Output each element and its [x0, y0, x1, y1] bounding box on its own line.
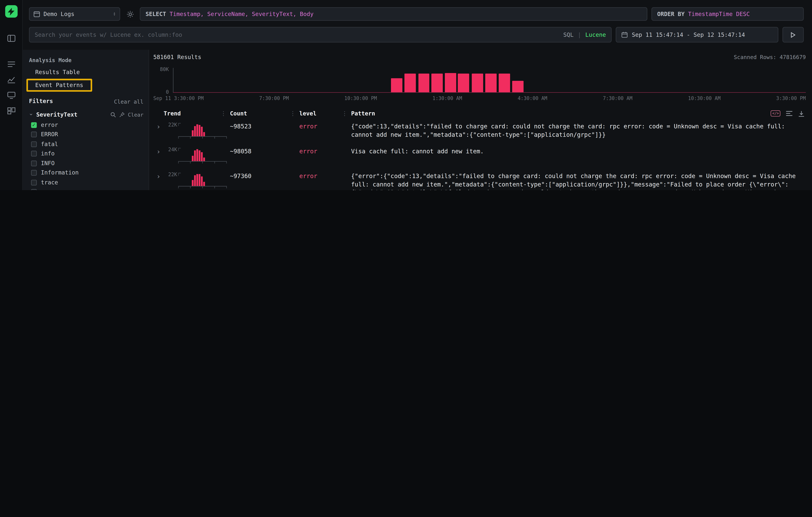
- pattern-row[interactable]: ›22K~98523error{"code":13,"details":"fai…: [153, 119, 806, 144]
- select-query-input[interactable]: SELECT Timestamp, ServiceName, SeverityT…: [140, 7, 647, 21]
- content: Analysis Mode Results Table Event Patter…: [23, 50, 812, 190]
- histogram-bar[interactable]: [498, 74, 510, 92]
- mode-results-table[interactable]: Results Table: [29, 67, 86, 78]
- checkbox[interactable]: [31, 180, 37, 185]
- checkbox[interactable]: [31, 189, 37, 190]
- filter-option-fatal[interactable]: fatal: [29, 139, 143, 149]
- x-tick-label: 4:30:00 AM: [518, 95, 547, 101]
- column-menu-icon[interactable]: ⋮: [290, 110, 296, 117]
- column-header-level[interactable]: level⋮: [299, 110, 351, 117]
- pattern-row[interactable]: ›22K~97360error{"error":{"code":13,"deta…: [153, 169, 806, 190]
- column-header-trend[interactable]: Trend⋮: [164, 110, 230, 117]
- histogram-bar[interactable]: [472, 73, 483, 92]
- column-header-count[interactable]: Count⋮: [230, 110, 299, 117]
- clear-filter-button[interactable]: Clear: [128, 112, 143, 117]
- filter-option-label: INFO: [41, 160, 55, 167]
- expand-row-icon[interactable]: ›: [153, 123, 164, 131]
- filter-option-trace[interactable]: trace: [29, 178, 143, 187]
- histogram-bar[interactable]: [404, 74, 416, 92]
- pattern-table-body: ›22K~98523error{"code":13,"details":"fai…: [153, 119, 806, 190]
- histogram-bar[interactable]: [418, 74, 430, 92]
- lucene-language-toggle[interactable]: Lucene: [585, 31, 606, 38]
- checkbox[interactable]: [31, 170, 37, 176]
- filter-option-label: error: [41, 121, 58, 128]
- filter-option-Information[interactable]: Information: [29, 168, 143, 177]
- search-logs-icon[interactable]: [4, 57, 18, 71]
- pattern-count: ~97360: [230, 173, 299, 180]
- chevron-down-icon: ›: [28, 112, 34, 117]
- nav-rail: ? U: [0, 0, 23, 190]
- main-area: 581601 Results Scanned Rows: 47816679 80…: [149, 50, 812, 190]
- search-input[interactable]: [35, 31, 559, 38]
- select-keyword: SELECT: [145, 11, 170, 17]
- column-menu-icon[interactable]: ⋮: [342, 110, 348, 117]
- filter-group-header[interactable]: ›SeverityTextClear: [29, 109, 143, 120]
- filter-option-error[interactable]: ✓error: [29, 120, 143, 130]
- date-range-label: Sep 11 15:47:14 - Sep 12 15:47:14: [632, 31, 745, 38]
- filter-option-INFO[interactable]: INFO: [29, 159, 143, 168]
- checkbox[interactable]: ✓: [31, 122, 37, 128]
- run-query-button[interactable]: [782, 27, 804, 42]
- pattern-count: ~98058: [230, 148, 299, 155]
- filter-option-warn[interactable]: warn: [29, 187, 143, 190]
- checkbox[interactable]: [31, 161, 37, 166]
- trend-max-label: 22K: [164, 122, 177, 127]
- view-json-icon[interactable]: </>: [771, 110, 780, 117]
- trend-cell: 22K: [164, 173, 230, 189]
- pattern-row[interactable]: ›24K~98058errorVisa cache full: cannot a…: [153, 144, 806, 169]
- row-density-icon[interactable]: [786, 110, 793, 117]
- pattern-text-content: {"code":13,"details":"failed to charge c…: [351, 123, 785, 138]
- mode-label: Results Table: [35, 69, 80, 76]
- checkbox[interactable]: [31, 151, 37, 156]
- pin-icon[interactable]: [119, 112, 125, 117]
- pattern-text-content: {"error":{"code":13,"details":"failed to…: [351, 173, 796, 190]
- checkbox[interactable]: [31, 141, 37, 147]
- pattern-text-content: Visa cache full: cannot add new item.: [351, 148, 484, 155]
- mode-event-patterns[interactable]: Event Patterns: [26, 79, 92, 92]
- filter-option-info[interactable]: info: [29, 149, 143, 159]
- order-by-input[interactable]: ORDER BY TimestampTime DESC: [651, 7, 804, 21]
- sidebar-toggle-icon[interactable]: [4, 31, 18, 46]
- histogram-bar[interactable]: [445, 73, 456, 92]
- download-icon[interactable]: [798, 110, 805, 117]
- column-menu-icon[interactable]: ⋮: [221, 110, 226, 117]
- trend-cell: 22K: [164, 123, 230, 139]
- page: Demo Logs ▴▾ SELECT Timestamp, ServiceNa…: [23, 0, 812, 190]
- topbar: Demo Logs ▴▾ SELECT Timestamp, ServiceNa…: [23, 0, 812, 50]
- pattern-table: Trend⋮ Count⋮ level⋮ Pattern </> ›22K~98…: [153, 108, 806, 190]
- histogram-bar[interactable]: [391, 78, 402, 92]
- sessions-monitor-icon[interactable]: [4, 88, 18, 103]
- search-box: SQL | Lucene: [29, 27, 611, 42]
- search-icon[interactable]: [110, 112, 116, 117]
- order-by-keyword: ORDER BY: [657, 11, 688, 17]
- histogram-bar[interactable]: [432, 73, 443, 92]
- select-arrows-icon: ▴▾: [113, 12, 115, 16]
- pattern-level: error: [299, 148, 351, 155]
- gear-icon[interactable]: [124, 7, 136, 21]
- trend-sparkline-chart: [178, 148, 227, 164]
- pattern-text: Visa cache full: cannot add new item.: [351, 148, 806, 155]
- clear-all-filters-button[interactable]: Clear all: [114, 98, 144, 105]
- chart-explorer-icon[interactable]: [4, 73, 18, 87]
- histogram-bar[interactable]: [485, 73, 497, 92]
- pattern-text: {"code":13,"details":"failed to charge c…: [351, 123, 806, 139]
- source-select[interactable]: Demo Logs ▴▾: [29, 7, 120, 21]
- expand-row-icon[interactable]: ›: [153, 148, 164, 155]
- pattern-table-header: Trend⋮ Count⋮ level⋮ Pattern </>: [153, 108, 806, 119]
- filter-option-label: info: [41, 150, 55, 157]
- x-tick-label: 1:30:00 AM: [432, 95, 462, 101]
- x-tick-label: 7:30:00 AM: [603, 95, 633, 101]
- dashboards-grid-icon[interactable]: [4, 104, 18, 118]
- histogram-bar[interactable]: [513, 81, 524, 92]
- checkbox[interactable]: [31, 132, 37, 137]
- trend-sparkline-chart: [178, 173, 227, 189]
- results-count: 581601 Results: [153, 54, 201, 61]
- logs-source-icon: [34, 11, 40, 17]
- filter-option-ERROR[interactable]: ERROR: [29, 130, 143, 139]
- sql-language-toggle[interactable]: SQL: [563, 31, 574, 38]
- expand-row-icon[interactable]: ›: [153, 173, 164, 180]
- date-range-picker[interactable]: Sep 11 15:47:14 - Sep 12 15:47:14: [616, 27, 778, 42]
- trend-max-label: 22K: [164, 172, 177, 177]
- app-logo[interactable]: [5, 5, 17, 18]
- histogram-bar[interactable]: [458, 73, 469, 92]
